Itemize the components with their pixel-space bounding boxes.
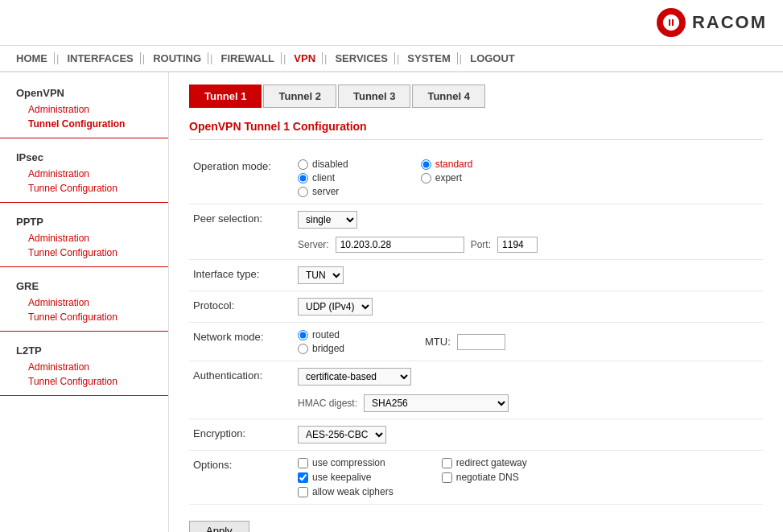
checkbox-allow-weak-row: allow weak ciphers [298, 486, 394, 497]
nav-system[interactable]: SYSTEM [401, 52, 457, 64]
row-peer-selection: Peer selection: single multiple Server: [189, 204, 763, 260]
nav-vpn[interactable]: VPN [287, 52, 323, 64]
checkbox-allow-weak[interactable] [298, 487, 308, 497]
label-encryption: Encryption: [189, 419, 294, 451]
sidebar-item-pptp-tunnel[interactable]: Tunnel Configuration [0, 245, 168, 260]
sidebar: OpenVPN Administration Tunnel Configurat… [0, 72, 169, 532]
radio-routed-row: routed [298, 329, 344, 340]
mtu-field: MTU: [425, 334, 505, 350]
nav-routing[interactable]: ROUTING [146, 52, 208, 64]
server-input[interactable] [336, 237, 464, 253]
nav-firewall[interactable]: FIREWALL [214, 52, 281, 64]
header: RACOM [0, 0, 783, 46]
nav-services[interactable]: SERVICES [328, 52, 395, 64]
label-network-mode: Network mode: [189, 323, 294, 361]
value-operation-mode: disabled client server [294, 152, 763, 204]
nav: HOME | INTERFACES | ROUTING | FIREWALL |… [0, 46, 783, 72]
sidebar-item-pptp-administration[interactable]: Administration [0, 231, 168, 245]
value-interface-type: TUN TAP [294, 260, 763, 291]
radio-bridged[interactable] [298, 344, 308, 354]
sidebar-section-ipsec: IPsec [0, 145, 168, 167]
checkbox-use-keepalive-row: use keepalive [298, 472, 394, 483]
radio-server-row: server [298, 186, 348, 197]
value-authentication: certificate-based pre-shared key usernam… [294, 361, 763, 419]
page-title: OpenVPN Tunnel 1 Configuration [189, 120, 763, 140]
radio-routed[interactable] [298, 330, 308, 340]
checkbox-negotiate-dns-row: negotiate DNS [442, 472, 527, 483]
radio-standard[interactable] [421, 159, 431, 170]
operation-mode-col1: disabled client server [298, 159, 348, 197]
tab-tunnel-2[interactable]: Tunnel 2 [263, 85, 336, 108]
port-input[interactable] [497, 237, 538, 253]
sidebar-item-ipsec-tunnel[interactable]: Tunnel Configuration [0, 181, 168, 196]
sidebar-item-ipsec-administration[interactable]: Administration [0, 167, 168, 181]
label-options: Options: [189, 451, 294, 505]
checkbox-redirect-gw-row: redirect gateway [442, 457, 527, 468]
value-peer-selection: single multiple Server: Port: [294, 204, 763, 260]
checkbox-redirect-gateway[interactable] [442, 458, 452, 468]
sidebar-item-l2tp-administration[interactable]: Administration [0, 360, 168, 374]
label-expert: expert [435, 172, 462, 184]
tab-tunnel-4[interactable]: Tunnel 4 [412, 85, 484, 108]
label-standard: standard [435, 159, 473, 170]
main-layout: OpenVPN Administration Tunnel Configurat… [0, 72, 783, 532]
mtu-label: MTU: [425, 336, 451, 348]
row-protocol: Protocol: UDP (IPv4) TCP (IPv4) UDP (IPv… [189, 291, 763, 323]
logo-text: RACOM [692, 12, 767, 33]
hmac-dropdown[interactable]: SHA256 SHA1 MD5 none [364, 394, 509, 412]
checkbox-use-compression[interactable] [298, 458, 308, 468]
radio-server[interactable] [298, 187, 308, 197]
value-protocol: UDP (IPv4) TCP (IPv4) UDP (IPv6) TCP (IP… [294, 291, 763, 323]
label-authentication: Authentication: [189, 361, 294, 419]
row-options: Options: use compression use keepali [189, 451, 763, 505]
tunnel-tabs: Tunnel 1 Tunnel 2 Tunnel 3 Tunnel 4 [189, 85, 763, 108]
radio-expert[interactable] [421, 173, 431, 184]
sidebar-item-openvpn-tunnel[interactable]: Tunnel Configuration [0, 117, 168, 131]
row-operation-mode: Operation mode: disabled client [189, 152, 763, 204]
peer-selection-content: single multiple Server: Port: [298, 211, 759, 253]
label-use-keepalive: use keepalive [312, 472, 371, 483]
apply-button[interactable]: Apply [189, 521, 249, 532]
radio-expert-row: expert [421, 172, 473, 184]
peer-selection-dropdown[interactable]: single multiple [298, 211, 357, 229]
hmac-label: HMAC digest: [298, 398, 357, 409]
radio-standard-row: standard [421, 159, 473, 170]
label-redirect-gateway: redirect gateway [456, 457, 527, 468]
row-interface-type: Interface type: TUN TAP [189, 260, 763, 291]
nav-home[interactable]: HOME [16, 52, 55, 64]
mtu-input[interactable] [457, 334, 505, 350]
protocol-dropdown[interactable]: UDP (IPv4) TCP (IPv4) UDP (IPv6) TCP (IP… [298, 298, 373, 315]
checkbox-use-compression-row: use compression [298, 457, 394, 468]
tab-tunnel-3[interactable]: Tunnel 3 [338, 85, 410, 108]
sidebar-item-gre-tunnel[interactable]: Tunnel Configuration [0, 310, 168, 324]
radio-disabled[interactable] [298, 159, 308, 170]
label-bridged: bridged [312, 343, 344, 354]
sidebar-item-l2tp-tunnel[interactable]: Tunnel Configuration [0, 374, 168, 389]
row-authentication: Authentication: certificate-based pre-sh… [189, 361, 763, 419]
checkbox-negotiate-dns[interactable] [442, 472, 452, 483]
tab-tunnel-1[interactable]: Tunnel 1 [189, 85, 262, 108]
label-allow-weak: allow weak ciphers [312, 486, 394, 497]
sidebar-item-gre-administration[interactable]: Administration [0, 295, 168, 310]
encryption-dropdown[interactable]: AES-256-CBC AES-128-CBC 3DES-CBC none [298, 426, 386, 443]
label-routed: routed [312, 329, 340, 340]
sidebar-item-openvpn-administration[interactable]: Administration [0, 102, 168, 117]
label-protocol: Protocol: [189, 291, 294, 323]
operation-mode-options: disabled client server [298, 159, 759, 197]
label-operation-mode: Operation mode: [189, 152, 294, 204]
radio-client[interactable] [298, 173, 308, 184]
checkbox-use-keepalive[interactable] [298, 472, 308, 483]
radio-client-row: client [298, 172, 348, 184]
interface-type-dropdown[interactable]: TUN TAP [298, 266, 344, 284]
nav-interfaces[interactable]: INTERFACES [60, 52, 140, 64]
authentication-dropdown[interactable]: certificate-based pre-shared key usernam… [298, 368, 411, 386]
checkbox-col1: use compression use keepalive allow weak… [298, 457, 394, 497]
operation-mode-col2: standard expert [421, 159, 473, 197]
sidebar-section-pptp: PPTP [0, 209, 168, 231]
value-options: use compression use keepalive allow weak… [294, 451, 763, 505]
server-label: Server: [298, 239, 329, 250]
logo: RACOM [657, 8, 767, 37]
label-peer-selection: Peer selection: [189, 204, 294, 260]
nav-logout[interactable]: LOGOUT [464, 52, 521, 64]
network-mode-col: routed bridged [298, 329, 344, 354]
